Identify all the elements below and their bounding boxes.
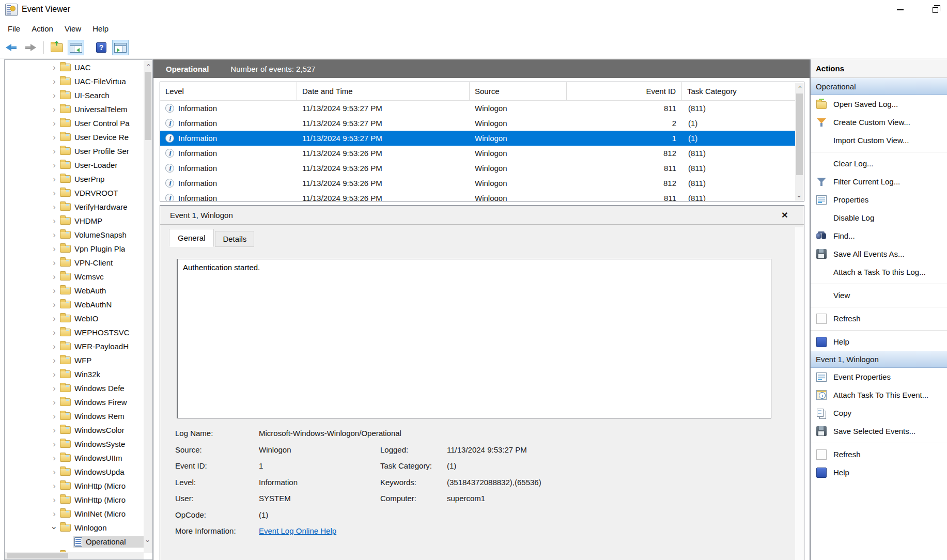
tree-item[interactable]: › WebAuthN [5,298,144,312]
events-scrollbar-thumb[interactable] [796,94,803,175]
tree-item[interactable]: › VHDMP [5,214,144,228]
action-item[interactable]: Refresh [811,445,947,463]
tree-item[interactable]: › WinNat [5,549,144,552]
action-item[interactable]: Find... [811,227,947,245]
show-console-tree-button[interactable] [68,40,84,55]
tree-item[interactable]: › UserPnp [5,172,144,186]
back-button[interactable] [3,40,20,55]
menu-action[interactable]: Action [26,22,59,35]
scroll-up-icon[interactable]: › [795,83,804,91]
table-row[interactable]: i Information 11/13/2024 9:53:26 PM Winl… [160,161,795,176]
tree-item[interactable]: › VerifyHardware [5,200,144,214]
chevron-right-icon[interactable]: › [50,495,59,505]
action-item[interactable]: Save Selected Events... [811,422,947,440]
tree-item[interactable]: › UAC [5,60,144,74]
tree-hscrollbar-thumb[interactable] [7,553,68,558]
action-item[interactable]: View [811,286,947,304]
action-item[interactable]: Help [811,333,947,351]
action-item[interactable]: Copy [811,404,947,422]
tree-item[interactable]: › Win32k [5,367,144,381]
tree-horizontal-scrollbar[interactable] [5,552,144,559]
action-item[interactable]: Filter Current Log... [811,173,947,191]
forward-button[interactable] [22,40,39,55]
chevron-right-icon[interactable]: › [50,454,59,463]
table-row[interactable]: i Information 11/13/2024 9:53:27 PM Winl… [160,116,795,131]
tree-item[interactable]: › VPN-Client [5,256,144,270]
chevron-right-icon[interactable]: › [50,398,59,407]
table-row[interactable]: i Information 11/13/2024 9:53:26 PM Winl… [160,176,795,191]
column-header-task-category[interactable]: Task Category [682,82,804,100]
open-saved-log-button[interactable] [49,40,65,55]
chevron-right-icon[interactable]: › [50,426,59,435]
action-item[interactable]: Create Custom View... [811,113,947,131]
table-row[interactable]: i Information 11/13/2024 9:53:27 PM Winl… [160,131,795,146]
tree-item[interactable]: › WinINet (Micro [5,507,144,521]
action-item[interactable]: Attach a Task To this Log... [811,263,947,281]
chevron-right-icon[interactable]: › [50,63,59,72]
chevron-right-icon[interactable]: › [50,412,59,421]
restore-button[interactable] [923,0,947,20]
tree-item[interactable]: › WindowsSyste [5,437,144,451]
chevron-right-icon[interactable]: › [50,300,59,309]
chevron-right-icon[interactable]: › [50,147,59,156]
scroll-down-icon[interactable]: › [795,192,804,201]
menu-file[interactable]: File [2,22,26,35]
table-row[interactable]: i Information 11/13/2024 9:53:26 PM Winl… [160,191,795,201]
chevron-right-icon[interactable]: › [50,272,59,282]
chevron-right-icon[interactable]: › [50,161,59,170]
table-row[interactable]: i Information 11/13/2024 9:53:27 PM Winl… [160,101,795,116]
table-row[interactable]: i Information 11/13/2024 9:53:26 PM Winl… [160,146,795,161]
tree-item[interactable]: › User-Loader [5,158,144,172]
scroll-down-icon[interactable]: › [144,537,152,546]
tree-item[interactable]: › WindowsColor [5,423,144,437]
chevron-right-icon[interactable]: › [50,286,59,295]
scroll-up-icon[interactable]: › [144,60,152,69]
chevron-right-icon[interactable]: › [50,370,59,379]
event-log-online-help-link[interactable]: Event Log Online Help [259,526,336,535]
chevron-right-icon[interactable]: › [50,509,59,519]
action-item[interactable]: Attach Task To This Event... [811,386,947,404]
chevron-right-icon[interactable]: › [50,175,59,184]
detail-scrollbar-track[interactable] [795,227,803,560]
tree-item[interactable]: › WindowsUpda [5,465,144,479]
tree-item[interactable]: › WinHttp (Micro [5,493,144,507]
tree-vertical-scrollbar[interactable]: › › [144,60,152,553]
action-item[interactable]: Clear Log... [811,154,947,173]
menu-view[interactable]: View [59,22,87,35]
chevron-right-icon[interactable]: › [50,119,59,128]
events-vertical-scrollbar[interactable]: › › [795,83,804,201]
menu-help[interactable]: Help [87,22,114,35]
chevron-right-icon[interactable]: › [50,91,59,100]
tree-item[interactable]: › VDRVROOT [5,186,144,200]
action-item[interactable]: Import Custom View... [811,131,947,149]
tree-item[interactable]: › Winlogon [5,521,144,535]
tree-item[interactable]: › Windows Firew [5,395,144,409]
tree-item[interactable]: › User Control Pa [5,116,144,130]
tree-item[interactable]: › WebIO [5,312,144,325]
tree-item[interactable]: › WFP [5,353,144,367]
show-action-pane-button[interactable] [112,40,129,55]
tree-item[interactable]: › WEPHOSTSVC [5,325,144,339]
actions-group-operational[interactable]: Operational [811,78,947,95]
tree-item[interactable]: › WER-PayloadH [5,339,144,353]
chevron-right-icon[interactable]: › [50,468,59,477]
tree-item[interactable]: › Wcmsvc [5,270,144,284]
action-item[interactable]: Refresh [811,309,947,328]
chevron-right-icon[interactable]: › [50,105,59,114]
chevron-right-icon[interactable]: › [50,481,59,491]
close-icon[interactable]: × [778,208,791,222]
action-item[interactable]: Save All Events As... [811,245,947,263]
tree-item[interactable]: › WebAuth [5,284,144,298]
action-item[interactable]: Help [811,463,947,481]
tree-item[interactable]: › Windows Defe [5,381,144,395]
tree-item[interactable]: › WinHttp (Micro [5,479,144,493]
column-header-source[interactable]: Source [470,82,567,100]
chevron-right-icon[interactable]: › [50,244,59,254]
chevron-right-icon[interactable]: › [50,216,59,226]
chevron-right-icon[interactable]: › [50,189,59,198]
chevron-right-icon[interactable]: › [50,328,59,337]
column-header-date[interactable]: Date and Time [297,82,470,100]
tree-item[interactable]: › Vpn Plugin Pla [5,242,144,256]
chevron-right-icon[interactable]: › [50,440,59,449]
chevron-right-icon[interactable]: › [50,314,59,323]
